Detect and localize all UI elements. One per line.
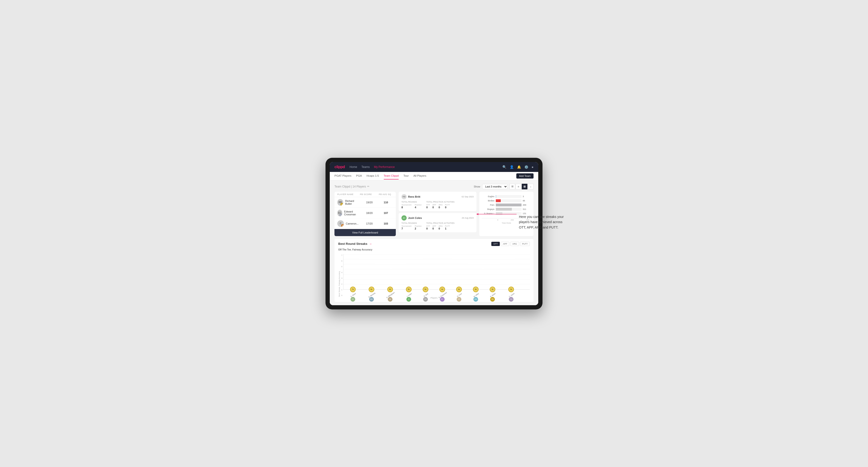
bell-icon[interactable]: 🔔: [517, 165, 521, 169]
horizontal-bars: Eagles 3 Birdies: [482, 194, 531, 217]
label-coles: J. Coles: [406, 292, 412, 297]
bubble-coles: 5x: [406, 286, 412, 292]
axis-tick-200: 200: [511, 219, 514, 221]
grid-line-5: [343, 264, 530, 264]
bubble-mcharg: 6x: [369, 286, 374, 292]
stat-avatar-rees: RB: [401, 194, 407, 199]
player-stat-info-josh: JC Josh Coles: [401, 215, 422, 220]
subnav-pga[interactable]: PGA: [356, 173, 362, 180]
grid-line-6: [343, 259, 530, 259]
edit-icon[interactable]: ✏: [367, 185, 369, 188]
arg-josh: ARG 0: [438, 225, 442, 230]
nav-actions: 🔍 👤 🔔 ⚙️ ●: [502, 165, 533, 169]
bubble-butler: 3x: [490, 286, 495, 292]
avatar-icon[interactable]: ●: [532, 165, 533, 169]
practice-activity-values-josh: OTT 0 APP 0 ARG: [426, 225, 455, 230]
player-info-1: RB 1 Richard Butler: [337, 199, 360, 206]
y-axis-ticks: 7 6 5 4 3 2 1 0: [340, 254, 343, 297]
settings-icon[interactable]: ⚙️: [524, 165, 528, 169]
leaderboard-card: PLAYER NAME PB SCORE PB AVG SQ RB 1: [335, 192, 396, 236]
annotation-container: Here you can see streaks your players ha…: [519, 214, 566, 230]
player-stat-info-rees: RB Rees Britt: [401, 194, 420, 199]
bar-birdies: Birdies 96: [484, 199, 529, 202]
arg-rees: ARG 0: [438, 204, 442, 209]
pb-avg-2: 107: [379, 212, 393, 214]
pb-avg-3: 103: [379, 222, 393, 225]
streaks-card: Best Round Streaks ← OTT APP ARG PUTT Of…: [335, 239, 533, 302]
nav-home[interactable]: Home: [349, 164, 357, 169]
team-controls: Show Last 3 months ⊞ ≡ ▦ ↕: [474, 184, 533, 189]
content-grid: PLAYER NAME PB SCORE PB AVG SQ RB 1: [335, 192, 533, 236]
subnav-hcaps[interactable]: Hcaps 1-5: [367, 173, 379, 180]
nav-my-performance[interactable]: My Performance: [374, 164, 395, 169]
subnav-team-clippd[interactable]: Team Clippd: [384, 173, 399, 180]
grid-line-3: [343, 274, 530, 275]
ott-josh: OTT 0: [426, 225, 430, 230]
chart-view-button[interactable]: ↕: [528, 184, 533, 189]
rank-badge-1: 1: [340, 203, 343, 206]
stat-card-josh: JC Josh Coles 26 Aug 2023 Total Rounds: [399, 213, 476, 232]
practice-activities-josh: Total Practice Activities OTT 0 APP: [426, 222, 455, 230]
practice-josh: Practice 2: [415, 225, 422, 230]
avatar-ebert: EE: [350, 297, 355, 302]
subnav-pgat[interactable]: PGAT Players: [335, 173, 351, 180]
putt-josh: PUTT 1: [445, 225, 450, 230]
bar-bogeys: Bogeys 311: [484, 208, 529, 211]
app-josh: APP 0: [432, 225, 436, 230]
filter-arg-button[interactable]: ARG: [510, 242, 519, 246]
filter-app-button[interactable]: APP: [501, 242, 509, 246]
streak-filter-buttons: OTT APP ARG PUTT: [491, 242, 530, 246]
card-view-button[interactable]: ▦: [522, 184, 527, 189]
user-icon[interactable]: 👤: [510, 165, 514, 169]
bubble-crossman: 4x: [439, 286, 445, 292]
player-name-3: Cameron...: [346, 222, 359, 225]
avatar-billingham: DB: [388, 297, 393, 302]
streaks-header: Best Round Streaks ← OTT APP ARG PUTT: [338, 242, 530, 246]
grid-view-button[interactable]: ⊞: [509, 184, 515, 189]
stat-details-rees: Total Rounds Tournament 8 Practice: [401, 201, 474, 209]
bubble-miller: 4x: [473, 286, 478, 292]
filter-putt-button[interactable]: PUTT: [520, 242, 530, 246]
pb-score-3: 17/20: [360, 222, 379, 225]
nav-teams[interactable]: Teams: [361, 164, 370, 169]
avatar-ford: DF: [457, 297, 461, 302]
rounds-values-rees: Tournament 8 Practice 4: [401, 204, 422, 209]
sub-navigation: PGAT Players PGA Hcaps 1-5 Team Clippd T…: [330, 172, 538, 181]
stat-card-header-rees: RB Rees Britt 02 Sep 2023: [401, 194, 474, 199]
stat-date-josh: 26 Aug 2023: [462, 217, 474, 219]
grid-line-2: [343, 279, 530, 280]
view-icons: ⊞ ≡ ▦ ↕: [509, 184, 533, 189]
subnav-all-players[interactable]: All Players: [413, 173, 426, 180]
bubble-ebert: 7x: [350, 286, 356, 292]
list-view-button[interactable]: ≡: [516, 184, 521, 189]
view-full-leaderboard-button[interactable]: View Full Leaderboard: [335, 229, 396, 236]
avatar-butler: RB: [490, 297, 495, 302]
nav-links: Home Teams My Performance: [349, 164, 497, 169]
avatar-quick: CQ: [509, 297, 514, 302]
player-info-2: EC 2 Edward Crossman: [337, 210, 360, 216]
bar-pars: Pars 499: [484, 204, 529, 206]
avatar-crossman: EC: [440, 297, 445, 302]
team-header: Team Clippd | 14 Players ✏ Show Last 3 m…: [335, 184, 533, 189]
period-select[interactable]: Last 3 months: [482, 184, 507, 189]
stat-date-rees: 02 Sep 2023: [462, 195, 474, 198]
subnav-tour[interactable]: Tour: [403, 173, 408, 180]
show-label: Show: [474, 185, 480, 188]
practice-rees: Practice 4: [415, 204, 422, 209]
filter-ott-button[interactable]: OTT: [491, 242, 500, 246]
avatar-richard: RB 1: [337, 199, 343, 206]
search-icon[interactable]: 🔍: [502, 165, 506, 169]
player-info-3: C 3 Cameron...: [337, 220, 360, 227]
total-rounds-rees: Total Rounds Tournament 8 Practice: [401, 201, 422, 209]
team-name: Team Clippd | 14 Players: [335, 185, 366, 188]
team-title-area: Team Clippd | 14 Players ✏: [335, 185, 369, 188]
player-count: 14 Players: [352, 185, 366, 188]
app-logo: clippd: [335, 165, 345, 169]
pb-score-2: 18/20: [360, 212, 379, 214]
add-team-button[interactable]: Add Team: [516, 173, 533, 179]
avatar-cameron: C 3: [337, 220, 344, 227]
avatar-coles: JC: [406, 297, 411, 302]
table-row: C 3 Cameron... 17/20 103: [335, 218, 396, 229]
table-row: EC 2 Edward Crossman 18/20 107: [335, 208, 396, 218]
stat-player-name-rees: Rees Britt: [408, 195, 420, 198]
